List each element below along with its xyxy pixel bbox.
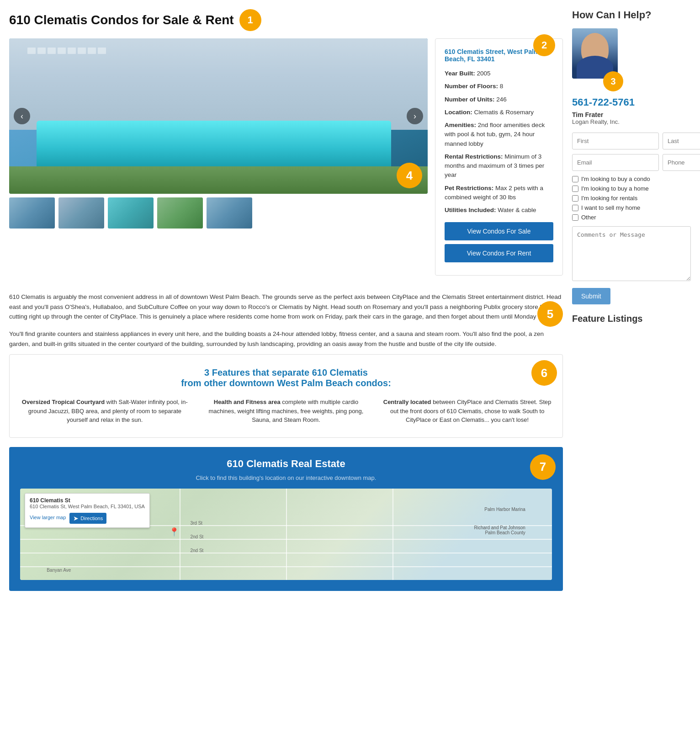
checkbox-buy-condo-input[interactable]	[572, 176, 578, 182]
thumbnail-strip	[9, 197, 428, 229]
map-popup: 610 Clematis St 610 Clematis St, West Pa…	[25, 493, 150, 528]
location-row: Location: Clematis & Rosemary	[445, 108, 553, 117]
thumbnail-4[interactable]	[157, 197, 203, 229]
map-section: 7 610 Clematis Real Estate Click to find…	[9, 447, 563, 591]
badge-2: 2	[533, 34, 555, 56]
submit-button[interactable]: Submit	[572, 288, 610, 304]
amenities-row: Amenities: 2nd floor amenities deck with…	[445, 121, 553, 149]
map-title: 610 Clematis Real Estate	[20, 458, 552, 470]
feature-item-2: Health and Fitness area complete with mu…	[200, 398, 372, 425]
main-image-area: ‹ › 4	[9, 38, 428, 194]
year-built-label: Year Built:	[445, 70, 475, 77]
view-condos-rent-button[interactable]: View Condos For Rent	[445, 244, 553, 262]
map-popup-title: 610 Clematis St	[30, 497, 145, 504]
feature-2-title: Health and Fitness area	[214, 399, 281, 405]
checkbox-rentals-input[interactable]	[572, 195, 578, 202]
info-card: 2 610 Clematis Street, West Palm Beach, …	[435, 38, 563, 276]
agent-photo-wrap: 3	[572, 28, 618, 86]
checkbox-sell-home-input[interactable]	[572, 205, 578, 211]
sidebar-help-title: How Can I Help?	[572, 9, 691, 21]
features-title: 3 Features that separate 610 Clematis fr…	[19, 367, 553, 388]
rental-label: Rental Restrictions:	[445, 153, 503, 160]
features-grid: Oversized Tropical Courtyard with Salt-W…	[19, 398, 553, 425]
email-input[interactable]	[572, 154, 659, 171]
location-value: Clematis & Rosemary	[474, 109, 534, 116]
description-para2: You'll find granite counters and stainle…	[9, 329, 563, 349]
year-built-value: 2005	[477, 70, 491, 77]
pet-label: Pet Restrictions:	[445, 185, 493, 191]
pet-row: Pet Restrictions: Max 2 pets with a comb…	[445, 184, 553, 202]
badge-7: 7	[530, 454, 556, 480]
map-view-larger[interactable]: View larger map	[30, 515, 66, 520]
floors-row: Number of Floors: 8	[445, 82, 553, 91]
units-row: Number of Units: 246	[445, 95, 553, 104]
checkbox-buy-home-input[interactable]	[572, 186, 578, 192]
view-condos-sale-button[interactable]: View Condos For Sale	[445, 222, 553, 240]
first-name-input[interactable]	[572, 133, 659, 149]
utilities-value: Water & cable	[498, 207, 536, 213]
floors-value: 8	[500, 83, 504, 90]
units-label: Number of Units:	[445, 96, 495, 103]
next-image-button[interactable]: ›	[407, 108, 423, 124]
map-popup-addr: 610 Clematis St, West Palm Beach, FL 334…	[30, 504, 145, 509]
floors-label: Number of Floors:	[445, 83, 498, 90]
location-label: Location:	[445, 109, 472, 116]
year-built-row: Year Built: 2005	[445, 69, 553, 78]
contact-form: I'm looking to buy a condo I'm looking t…	[572, 133, 691, 304]
sidebar-features-title: Feature Listings	[572, 314, 691, 324]
utilities-label: Utilities Included:	[445, 207, 496, 213]
checkbox-group: I'm looking to buy a condo I'm looking t…	[572, 176, 691, 221]
checkbox-other-input[interactable]	[572, 214, 578, 221]
thumbnail-5[interactable]	[207, 197, 252, 229]
description-para1: 610 Clematis is arguably the most conven…	[9, 292, 563, 322]
amenities-label: Amenities:	[445, 122, 476, 128]
badge-6: 6	[531, 360, 557, 386]
checkbox-other[interactable]: Other	[572, 214, 691, 221]
features-section: 6 3 Features that separate 610 Clematis …	[9, 354, 563, 438]
page-title-wrap: 610 Clematis Condos for Sale & Rent 1	[9, 9, 563, 31]
agent-name: Tim Frater	[572, 111, 691, 118]
badge-3: 3	[603, 71, 623, 91]
feature-3-title: Centrally located	[383, 399, 431, 405]
feature-1-title: Oversized Tropical Courtyard	[22, 399, 105, 405]
message-textarea[interactable]	[572, 226, 691, 281]
badge-4: 4	[397, 163, 422, 188]
rental-row: Rental Restrictions: Minimum of 3 months…	[445, 152, 553, 180]
contact-row	[572, 154, 691, 171]
thumbnail-3[interactable]	[108, 197, 154, 229]
utilities-row: Utilities Included: Water & cable	[445, 206, 553, 215]
name-row	[572, 133, 691, 149]
map-directions-button[interactable]: ➤ Directions	[69, 513, 106, 524]
agent-phone[interactable]: 561-722-5761	[572, 96, 691, 108]
main-property-image	[9, 38, 428, 194]
description-section: 610 Clematis is arguably the most conven…	[9, 292, 563, 322]
checkbox-buy-condo[interactable]: I'm looking to buy a condo	[572, 176, 691, 182]
badge-1: 1	[239, 9, 261, 31]
map-placeholder[interactable]: 3rd St 2nd St 2nd St Banyan Ave Palm Har…	[20, 489, 552, 580]
page-title: 610 Clematis Condos for Sale & Rent	[9, 13, 234, 27]
badge-5: 5	[537, 301, 563, 327]
feature-item-3: Centrally located between CityPlace and …	[381, 398, 553, 425]
map-subtitle: Click to find this building's location o…	[20, 474, 552, 481]
checkbox-sell-home[interactable]: I want to sell my home	[572, 204, 691, 211]
thumbnail-2[interactable]	[58, 197, 104, 229]
checkbox-buy-home[interactable]: I'm looking to buy a home	[572, 185, 691, 192]
units-value: 246	[496, 96, 507, 103]
last-name-input[interactable]	[663, 133, 700, 149]
sidebar: How Can I Help? 3 561-722-5761 Tim Frate…	[572, 9, 691, 591]
thumbnail-1[interactable]	[9, 197, 55, 229]
prev-image-button[interactable]: ‹	[14, 108, 30, 124]
feature-item-1: Oversized Tropical Courtyard with Salt-W…	[19, 398, 191, 425]
agent-company: Logan Realty, Inc.	[572, 118, 691, 125]
phone-input[interactable]	[663, 154, 700, 171]
checkbox-rentals[interactable]: I'm looking for rentals	[572, 195, 691, 202]
